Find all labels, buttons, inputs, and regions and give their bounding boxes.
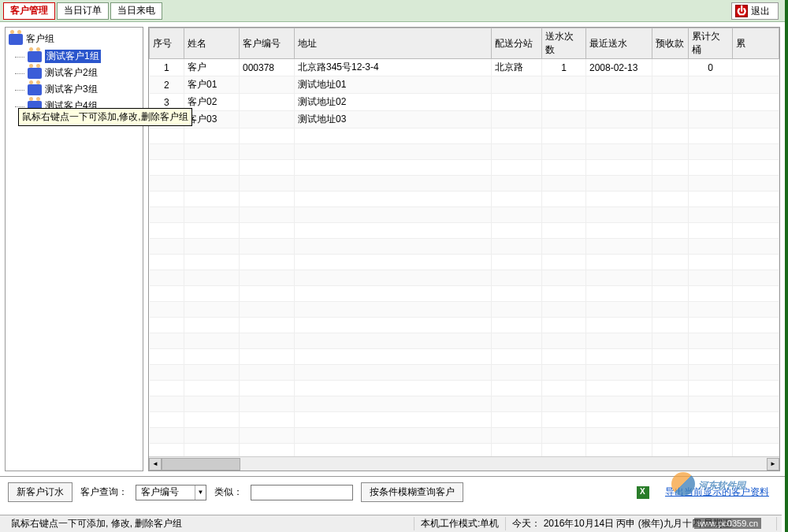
cell: 测试地址02 — [295, 94, 492, 111]
col-address[interactable]: 地址 — [295, 28, 492, 59]
cell — [689, 94, 733, 111]
tree-node-group1[interactable]: 测试客户1组 — [26, 49, 141, 64]
new-customer-order-button[interactable]: 新客户订水 — [8, 482, 72, 502]
status-bar: 鼠标右键点一下可添加, 修改, 删除客户组 本机工作模式:单机 今天： 2016… — [0, 515, 782, 532]
tree-root[interactable]: 客户组 — [7, 31, 141, 47]
cell — [586, 111, 652, 128]
top-toolbar: 客户管理 当日订单 当日来电 ⏻ 退出 — [0, 0, 785, 22]
cell — [240, 76, 295, 94]
horizontal-scrollbar[interactable]: ◄ ► — [149, 456, 779, 471]
table-row-empty — [150, 428, 779, 444]
like-label: 类似： — [214, 485, 243, 499]
table-row-empty — [150, 207, 779, 223]
cell: 客户02 — [184, 94, 240, 111]
customer-table[interactable]: 序号 姓名 客户编号 地址 配送分站 送水次数 最近送水 预收款 累计欠桶 累 … — [149, 28, 779, 456]
tab-customer-mgmt[interactable]: 客户管理 — [3, 2, 55, 20]
col-owe[interactable]: 累计欠桶 — [689, 28, 733, 59]
col-station[interactable]: 配送分站 — [492, 28, 542, 59]
query-field-select[interactable]: 客户编号 ▼ — [136, 485, 206, 500]
watermark-url: www.pc0359.cn — [694, 518, 761, 529]
table-row-empty — [150, 176, 779, 192]
cell: 2 — [150, 76, 184, 94]
status-hint: 鼠标右键点一下可添加, 修改, 删除客户组 — [5, 517, 414, 530]
col-name[interactable]: 姓名 — [184, 28, 240, 59]
scroll-right-arrow[interactable]: ► — [767, 458, 779, 471]
cell — [542, 111, 586, 128]
cell: 2008-02-13 — [586, 59, 652, 76]
power-icon: ⏻ — [735, 5, 748, 17]
scroll-thumb[interactable] — [162, 458, 240, 471]
table-row-empty — [150, 239, 779, 255]
cell — [542, 76, 586, 94]
col-last[interactable]: 最近送水 — [586, 28, 652, 59]
cell — [586, 94, 652, 111]
context-tooltip: 鼠标右键点一下可添加,修改,删除客户组 — [18, 108, 192, 126]
col-times[interactable]: 送水次数 — [542, 28, 586, 59]
cell — [240, 111, 295, 128]
tree-node-label: 测试客户3组 — [45, 83, 98, 96]
table-row-empty — [150, 381, 779, 396]
table-row-empty — [150, 318, 779, 333]
chevron-down-icon: ▼ — [195, 485, 206, 500]
status-mode: 本机工作模式:单机 — [414, 517, 506, 530]
cell: 1 — [542, 59, 586, 76]
cell — [492, 94, 542, 111]
tree-node-label: 测试客户1组 — [45, 50, 101, 63]
table-row[interactable]: 1客户000378北京路345号12-3-4北京路12008-02-130 — [150, 59, 779, 76]
scroll-track[interactable] — [162, 458, 767, 471]
table-row-empty — [150, 160, 779, 176]
cell: 测试地址03 — [295, 111, 492, 128]
scroll-left-arrow[interactable]: ◄ — [149, 458, 162, 471]
table-row-empty — [150, 192, 779, 207]
cell — [689, 76, 733, 94]
group-icon — [28, 68, 42, 79]
table-row[interactable]: 4客户03测试地址03 — [150, 111, 779, 128]
table-row[interactable]: 2客户01测试地址01 — [150, 76, 779, 94]
cell — [492, 76, 542, 94]
table-row-empty — [150, 412, 779, 428]
table-row-empty — [150, 128, 779, 144]
tree-node-group2[interactable]: 测试客户2组 — [26, 65, 141, 80]
col-more[interactable]: 累 — [733, 28, 779, 59]
table-row-empty — [150, 144, 779, 160]
col-prepay[interactable]: 预收款 — [652, 28, 689, 59]
exit-label: 退出 — [751, 5, 770, 18]
export-customers-button[interactable]: 导出当前显示的客户资料 — [657, 483, 777, 501]
fuzzy-search-button[interactable]: 按条件模糊查询客户 — [361, 482, 463, 502]
content-area: 客户组 测试客户1组 测试客户2组 测试客户3组 测试客户4组 鼠标右键点一下可… — [0, 22, 785, 476]
group-icon — [28, 84, 42, 95]
table-row-empty — [150, 349, 779, 365]
table-row-empty — [150, 255, 779, 270]
cell: 北京路 — [492, 59, 542, 76]
exit-button[interactable]: ⏻ 退出 — [731, 2, 779, 20]
group-icon — [28, 51, 42, 62]
main-panel: 序号 姓名 客户编号 地址 配送分站 送水次数 最近送水 预收款 累计欠桶 累 … — [148, 27, 780, 471]
table-row-empty — [150, 223, 779, 239]
table-row-empty — [150, 444, 779, 457]
tree-node-label: 测试客户2组 — [45, 66, 98, 80]
table-row-empty — [150, 396, 779, 412]
tree-node-group3[interactable]: 测试客户3组 — [26, 82, 141, 97]
customer-group-tree: 客户组 测试客户1组 测试客户2组 测试客户3组 测试客户4组 鼠标右键点一下可… — [5, 27, 143, 471]
tab-today-orders[interactable]: 当日订单 — [57, 2, 109, 20]
query-field-value: 客户编号 — [136, 485, 195, 499]
cell: 000378 — [240, 59, 295, 76]
table-row[interactable]: 3客户02测试地址02 — [150, 94, 779, 111]
tree-root-label: 客户组 — [26, 32, 54, 46]
cell — [652, 111, 689, 128]
query-label: 客户查询： — [80, 485, 128, 499]
col-code[interactable]: 客户编号 — [240, 28, 295, 59]
cell: 客户 — [184, 59, 240, 76]
cell — [652, 59, 689, 76]
cell: 北京路345号12-3-4 — [295, 59, 492, 76]
cell: 客户03 — [184, 111, 240, 128]
like-input[interactable] — [251, 485, 353, 500]
col-index[interactable]: 序号 — [150, 28, 184, 59]
tab-today-calls[interactable]: 当日来电 — [110, 2, 162, 20]
cell: 1 — [150, 59, 184, 76]
excel-icon — [637, 486, 649, 499]
table-row-empty — [150, 333, 779, 349]
cell — [689, 111, 733, 128]
cell — [492, 111, 542, 128]
cell: 客户01 — [184, 76, 240, 94]
